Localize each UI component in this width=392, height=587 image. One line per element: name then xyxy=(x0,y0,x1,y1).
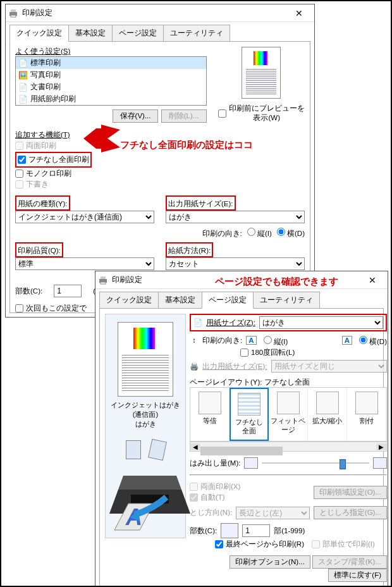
svg-rect-5 xyxy=(101,276,106,279)
output-size-select-2: 用紙サイズと同じ xyxy=(271,360,387,373)
borderless-checkbox[interactable] xyxy=(18,156,26,164)
tab-page-setup[interactable]: ページ設定 xyxy=(112,25,164,42)
tab-quick-setup-2[interactable]: クイック設定 xyxy=(99,292,159,309)
printer-icon xyxy=(98,275,108,285)
svg-rect-1 xyxy=(11,9,16,12)
auto-checkbox xyxy=(190,493,198,502)
print-settings-window-2: 印刷設定 ✕ クイック設定 基本設定 ページ設定 ユーティリティ インクジェット… xyxy=(95,271,388,587)
paper-type-select[interactable]: インクジェットはがき(通信面) xyxy=(15,211,154,223)
portrait-a-icon: A xyxy=(246,336,256,345)
layout-hscrollbar[interactable]: ◀▶ xyxy=(190,442,387,452)
layout-opt-normal[interactable]: 等倍 xyxy=(190,388,230,441)
quality-label: 印刷品質(Q): xyxy=(18,247,61,254)
tabs: クイック設定 基本設定 ページ設定 ユーティリティ xyxy=(6,22,314,42)
close-button-2[interactable]: ✕ xyxy=(360,272,385,288)
titlebar-2: 印刷設定 ✕ xyxy=(95,271,388,289)
tab-utility[interactable]: ユーティリティ xyxy=(163,25,230,42)
copies-input-2[interactable] xyxy=(242,524,270,537)
overflow-slider[interactable] xyxy=(262,457,369,469)
preset-item-document[interactable]: 📄文書印刷 xyxy=(16,81,206,93)
preview-column: インクジェットはがき(通信面) はがき A xyxy=(105,314,186,582)
duplex-checkbox-2 xyxy=(190,483,198,491)
monochrome-checkbox[interactable] xyxy=(15,170,23,178)
reverse-checkbox[interactable] xyxy=(215,540,223,548)
window-title: 印刷設定 xyxy=(22,8,286,18)
preset-item-paper-save[interactable]: 📄用紙節約印刷 xyxy=(16,93,206,105)
layout-opt-fit[interactable]: フィットページ xyxy=(269,388,308,441)
svg-rect-2 xyxy=(11,15,16,17)
thumb-single-icon xyxy=(126,440,141,459)
feed-label: 給紙方法(R): xyxy=(168,247,211,254)
thumb-flip-icon xyxy=(148,439,167,460)
output-size-select[interactable]: はがき xyxy=(166,211,305,223)
remember-settings-checkbox[interactable] xyxy=(15,304,23,312)
orientation-landscape-radio[interactable] xyxy=(277,228,285,236)
binding-margin-button: とじしろ指定(G)... xyxy=(314,506,387,519)
slider-max-icon xyxy=(373,457,387,469)
paper-size-select[interactable]: はがき xyxy=(259,316,383,329)
common-settings-label: よく使う設定(S) xyxy=(15,47,207,56)
printer-icon xyxy=(8,8,18,18)
copies-stack-icon xyxy=(221,523,238,538)
tab-basic[interactable]: 基本設定 xyxy=(68,25,113,42)
page-layout-label: ページレイアウト(Y): xyxy=(190,378,262,386)
save-preset-button[interactable]: 保存(V)... xyxy=(113,109,158,123)
preset-item-envelope[interactable]: ✉️封筒印刷 xyxy=(16,105,206,106)
copies-input[interactable] xyxy=(54,285,82,297)
preview-before-print-checkbox[interactable] xyxy=(218,109,226,118)
preview-caption-2: はがき xyxy=(109,419,181,429)
link-arrow-icon: ↕ xyxy=(190,337,199,344)
controls-column: 📄 用紙サイズ(Z): はがき ↕ 印刷の向き: A 縦(I) A 横(D) 1… xyxy=(190,314,387,582)
tab-quick-setup[interactable]: クイック設定 xyxy=(9,25,69,42)
output-size-label: 出力用紙サイズ(E): xyxy=(168,200,233,207)
layout-opt-nup[interactable]: 割付 xyxy=(347,388,386,441)
copies-label-2: 部数(C): xyxy=(190,526,217,536)
paper-type-label: 用紙の種類(Y): xyxy=(18,200,68,207)
tab-body-2: インクジェットはがき(通信面) はがき A xyxy=(99,308,384,586)
add-functions-label: 追加する機能(T) xyxy=(15,130,305,140)
page-size-icon: 📄 xyxy=(193,318,202,327)
defaults-button[interactable]: 標準に戻す(F) xyxy=(328,569,387,582)
rotate180-checkbox[interactable] xyxy=(240,349,248,357)
output-size-label-2: 出力用紙サイズ(E): xyxy=(202,362,267,371)
overflow-label: はみ出し量(M): xyxy=(190,459,240,468)
titlebar: 印刷設定 ✕ xyxy=(6,4,314,22)
paper-size-label: 用紙サイズ(Z): xyxy=(206,318,255,328)
preset-item-standard[interactable]: 📄標準印刷 xyxy=(16,57,206,69)
quality-select[interactable]: 標準 xyxy=(15,257,154,270)
layout-opt-scaled[interactable]: 拡大/縮小 xyxy=(308,388,347,441)
delete-preset-button: 削除(L)... xyxy=(161,109,207,123)
preview-thumbnail xyxy=(242,47,281,99)
preview-large xyxy=(118,322,173,397)
preview-panel: インクジェットはがき(通信面) はがき A xyxy=(105,314,186,538)
orientation-portrait-radio[interactable] xyxy=(247,228,255,236)
layout-options: 等倍 フチなし全面 フィットページ 拡大/縮小 割付 xyxy=(190,387,387,442)
output-size-icon: 🖨️ xyxy=(190,362,199,371)
preset-listbox[interactable]: 📄標準印刷 🖼️写真印刷 📄文書印刷 📄用紙節約印刷 ✉️封筒印刷 xyxy=(15,56,207,106)
feed-select[interactable]: カセット xyxy=(166,257,305,270)
landscape-a-icon: A xyxy=(342,336,352,345)
draft-checkbox xyxy=(15,180,23,188)
close-button[interactable]: ✕ xyxy=(286,5,312,22)
tab-basic-2[interactable]: 基本設定 xyxy=(158,292,202,309)
tab-utility-2[interactable]: ユーティリティ xyxy=(253,292,320,309)
printer-3d-icon: A xyxy=(109,464,190,534)
binding-label: とじ方向(N): xyxy=(190,508,232,517)
orientation-landscape-radio-2[interactable] xyxy=(359,336,367,344)
stamp-button: スタンプ/背景(K)... xyxy=(312,555,387,569)
page-layout-value: フチなし全面 xyxy=(264,378,310,386)
slider-min-icon xyxy=(244,457,258,469)
tab-page-setup-2[interactable]: ページ設定 xyxy=(202,292,254,309)
copies-range-2: 部(1-999) xyxy=(274,526,305,536)
collate-checkbox xyxy=(312,540,320,548)
orientation-portrait-radio-2[interactable] xyxy=(264,336,272,344)
tabs-2: クイック設定 基本設定 ページ設定 ユーティリティ xyxy=(95,289,388,309)
layout-opt-borderless[interactable]: フチなし全面 xyxy=(230,388,269,441)
svg-rect-6 xyxy=(101,282,106,284)
window-title-2: 印刷設定 xyxy=(112,275,360,285)
preview-caption-1: インクジェットはがき(通信面) xyxy=(109,400,181,419)
print-options-button[interactable]: 印刷オプション(N)... xyxy=(230,555,310,569)
binding-select: 長辺とじ(左) xyxy=(236,507,310,519)
preset-item-photo[interactable]: 🖼️写真印刷 xyxy=(16,69,206,81)
duplex-checkbox xyxy=(15,142,23,150)
